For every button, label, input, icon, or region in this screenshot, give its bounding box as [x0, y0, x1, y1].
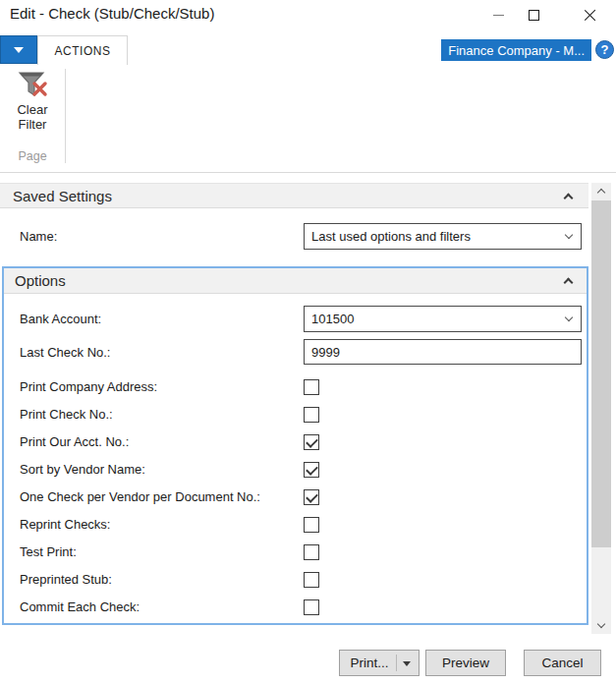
last-check-no-row: Last Check No.: 9999: [4, 339, 587, 365]
scrollbar-up-button[interactable]: [591, 183, 611, 200]
one-check-per-vendor-checkbox[interactable]: [304, 489, 319, 505]
name-label: Name:: [20, 223, 57, 250]
options-header[interactable]: Options: [4, 268, 587, 294]
help-icon[interactable]: ?: [595, 40, 614, 59]
checkbox-row: Commit Each Check:: [4, 594, 587, 621]
window-title: Edit - Check (Stub/Check/Stub): [10, 5, 214, 22]
checkbox-row: Test Print:: [4, 539, 587, 566]
saved-settings-name-dropdown[interactable]: Last used options and filters: [304, 223, 582, 250]
clear-filter-button[interactable]: Clear Filter: [6, 67, 59, 147]
ribbon-group-label-page: Page: [6, 149, 59, 163]
last-check-no-value: 9999: [311, 345, 340, 360]
dropdown-chevron-icon[interactable]: [565, 230, 573, 238]
company-badge[interactable]: Finance Company - M...: [441, 39, 591, 61]
clear-filter-label-line2: Filter: [19, 117, 47, 132]
checkbox-row: Print Company Address:: [4, 373, 587, 401]
clear-filter-label-line1: Clear: [17, 102, 47, 117]
sort-by-vendor-name-label: Sort by Vendor Name:: [20, 456, 145, 484]
footer-bar: Print... Preview Cancel: [0, 638, 616, 684]
preview-button-label: Preview: [442, 656, 489, 670]
close-icon: [584, 8, 597, 22]
preprinted-stub-label: Preprinted Stub:: [20, 566, 112, 594]
saved-settings-name-value: Last used options and filters: [311, 229, 471, 244]
bank-account-label: Bank Account:: [20, 306, 101, 332]
cancel-button[interactable]: Cancel: [524, 650, 601, 676]
scrollbar-down-button[interactable]: [591, 617, 611, 634]
preprinted-stub-checkbox[interactable]: [304, 572, 319, 588]
last-check-no-input[interactable]: 9999: [304, 339, 582, 365]
titlebar: Edit - Check (Stub/Check/Stub): [0, 0, 616, 29]
bank-account-value: 101500: [311, 312, 354, 326]
close-button[interactable]: [574, 0, 607, 29]
print-button-label: Print...: [350, 656, 388, 670]
request-page-window: Edit - Check (Stub/Check/Stub) ACTIONS F…: [0, 0, 616, 684]
reprint-checks-label: Reprint Checks:: [20, 511, 110, 539]
collapse-chevron-icon[interactable]: [564, 278, 574, 288]
split-button-divider: [396, 655, 397, 671]
one-check-per-vendor-label: One Check per Vendor per Document No.:: [20, 484, 260, 511]
app-menu-button[interactable]: [0, 35, 37, 64]
print-our-acct-no-checkbox[interactable]: [304, 434, 319, 450]
collapse-chevron-icon[interactable]: [564, 194, 574, 203]
checkbox-row: Sort by Vendor Name:: [4, 456, 587, 484]
checkbox-row: One Check per Vendor per Document No.:: [4, 484, 587, 511]
chevron-down-icon[interactable]: [403, 661, 411, 666]
minimize-button[interactable]: [481, 0, 515, 29]
preview-button[interactable]: Preview: [425, 650, 506, 676]
print-company-address-checkbox[interactable]: [304, 379, 319, 395]
clear-filter-icon: [16, 69, 49, 102]
saved-settings-title: Saved Settings: [13, 188, 112, 204]
test-print-checkbox[interactable]: [304, 544, 319, 560]
checkbox-row: Reprint Checks:: [4, 511, 587, 539]
tab-actions[interactable]: ACTIONS: [37, 35, 128, 65]
cancel-button-label: Cancel: [541, 656, 583, 670]
ribbon-group-separator: [65, 69, 66, 163]
options-title: Options: [15, 272, 66, 289]
print-button[interactable]: Print...: [339, 650, 420, 676]
checkbox-row: Print Check No.:: [4, 401, 587, 428]
commit-each-check-checkbox[interactable]: [304, 599, 319, 615]
commit-each-check-label: Commit Each Check:: [20, 594, 140, 621]
sort-by-vendor-name-checkbox[interactable]: [304, 462, 319, 478]
ribbon-tab-row: ACTIONS Finance Company - M... ?: [0, 35, 616, 65]
bank-account-dropdown[interactable]: 101500: [304, 306, 582, 332]
last-check-no-label: Last Check No.:: [20, 339, 111, 366]
test-print-label: Test Print:: [20, 539, 77, 566]
checkbox-row: Preprinted Stub:: [4, 566, 587, 594]
chevron-up-icon: [597, 189, 605, 197]
saved-settings-header[interactable]: Saved Settings: [0, 183, 588, 208]
chevron-down-icon: [597, 620, 605, 628]
minimize-icon: [493, 15, 504, 16]
ribbon-body: Clear Filter Page: [0, 65, 616, 173]
checkbox-row: Print Our Acct. No.:: [4, 428, 587, 456]
scrollbar-thumb[interactable]: [591, 200, 611, 547]
maximize-button[interactable]: [517, 0, 550, 29]
reprint-checks-checkbox[interactable]: [304, 517, 319, 533]
options-body: Bank Account: 101500 Last Check No.: 999…: [4, 294, 587, 621]
print-check-no-checkbox[interactable]: [304, 407, 319, 423]
print-check-no-label: Print Check No.:: [20, 401, 113, 428]
dropdown-chevron-icon[interactable]: [565, 313, 573, 320]
content-pane: Saved Settings Name: Last used options a…: [0, 173, 616, 638]
vertical-scrollbar[interactable]: [591, 183, 611, 634]
print-our-acct-no-label: Print Our Acct. No.:: [20, 428, 129, 456]
options-section: Options Bank Account: 101500 Last Check …: [2, 266, 588, 625]
chevron-down-icon: [14, 47, 24, 53]
print-company-address-label: Print Company Address:: [20, 373, 157, 401]
bank-account-row: Bank Account: 101500: [4, 306, 587, 332]
maximize-icon: [529, 10, 539, 21]
